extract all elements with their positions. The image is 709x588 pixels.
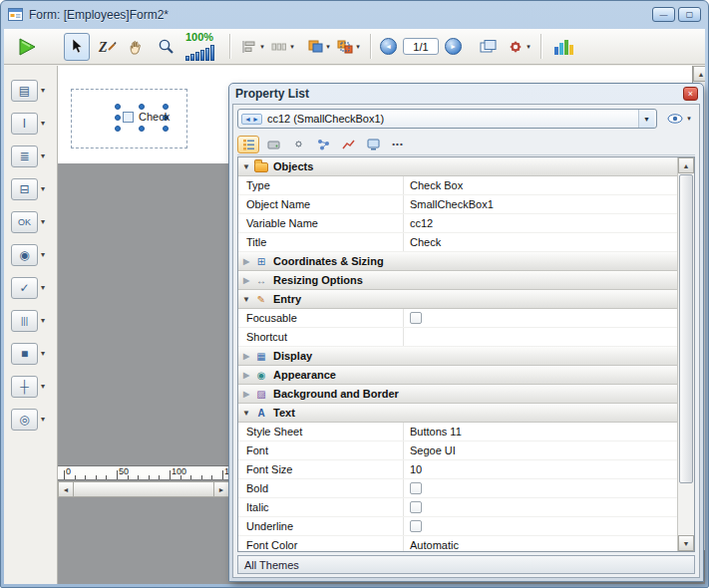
selection-handle[interactable] <box>163 104 169 110</box>
view-filter-button[interactable]: ▾ <box>663 114 695 124</box>
selected-checkbox-object[interactable]: Check <box>119 108 165 128</box>
italic-checkbox[interactable] <box>410 501 422 513</box>
combo-box-tool-icon[interactable]: ⊟ <box>11 178 38 200</box>
tab-settings[interactable] <box>287 136 309 153</box>
property-value[interactable] <box>404 312 677 324</box>
section-resizing-options[interactable]: ▶↔Resizing Options <box>238 271 677 290</box>
zoom-control[interactable]: 100% <box>185 32 214 61</box>
scrollbar-track[interactable] <box>74 481 213 497</box>
property-value[interactable]: Check <box>404 236 677 248</box>
input-tool-dropdown-arrow[interactable]: ▾ <box>41 119 45 128</box>
section-coordinates-sizing[interactable]: ▶⊞Coordinates & Sizing <box>238 252 677 271</box>
entry-order-tool-button[interactable]: Z <box>94 33 120 61</box>
property-value[interactable] <box>404 520 677 532</box>
check-box-tool-icon[interactable]: ✓ <box>11 277 38 299</box>
zoom-tool-button[interactable] <box>154 33 179 61</box>
section-entry[interactable]: ▼✎Entry <box>238 290 677 309</box>
collapse-triangle-icon[interactable]: ▼ <box>238 295 254 304</box>
bold-checkbox[interactable] <box>410 482 422 494</box>
scrollbar-thumb[interactable] <box>679 174 693 483</box>
tab-property-list[interactable] <box>237 136 259 153</box>
scroll-left-icon[interactable]: ◄ <box>58 481 74 497</box>
level-menu-button[interactable]: ▾ <box>305 33 331 61</box>
tab-styles[interactable] <box>337 136 359 153</box>
property-value[interactable]: cc12 <box>404 217 677 229</box>
form-properties-menu-button[interactable]: ▾ <box>506 33 532 61</box>
radio-button-tool-icon[interactable]: ◉ <box>11 244 38 266</box>
check-box-tool-dropdown-arrow[interactable]: ▾ <box>41 283 45 292</box>
section-text[interactable]: ▼AText <box>238 404 677 423</box>
tab-preview[interactable] <box>362 136 384 153</box>
button-tool-icon[interactable]: OK <box>11 211 38 233</box>
splitter-tool-dropdown-arrow[interactable]: ▾ <box>41 382 45 391</box>
minimize-button[interactable]: — <box>652 7 675 22</box>
button-tool-dropdown-arrow[interactable]: ▾ <box>41 217 45 226</box>
radio-button-tool-dropdown-arrow[interactable]: ▾ <box>41 250 45 259</box>
scrollbar-track[interactable] <box>678 484 694 535</box>
focusable-checkbox[interactable] <box>410 312 422 324</box>
selection-handle[interactable] <box>139 126 145 132</box>
align-dropdown-arrow[interactable]: ▾ <box>260 43 264 51</box>
selection-handle[interactable] <box>115 104 121 110</box>
distribute-dropdown-arrow[interactable]: ▾ <box>290 43 294 51</box>
section-objects[interactable]: ▼Objects <box>238 157 677 176</box>
combo-box-tool-dropdown-arrow[interactable]: ▾ <box>41 184 45 193</box>
property-value[interactable]: Buttons 11 <box>404 426 677 438</box>
property-list-titlebar[interactable]: Property List × <box>232 84 700 104</box>
window-titlebar[interactable]: Form: [Employees]Form2* — ▢ <box>1 1 708 28</box>
selection-handle[interactable] <box>115 115 121 121</box>
canvas-horizontal-scrollbar[interactable]: ◄ ► <box>58 481 229 497</box>
object-navigation-icon[interactable]: ◄► <box>241 114 262 125</box>
section-appearance[interactable]: ▶◉Appearance <box>238 366 677 385</box>
expand-triangle-icon[interactable]: ▶ <box>238 390 254 399</box>
insert-fields-button[interactable] <box>550 33 576 61</box>
tab-data-source[interactable] <box>262 136 284 153</box>
selection-handle[interactable] <box>139 104 145 110</box>
selection-tool-button[interactable] <box>64 33 90 61</box>
expand-triangle-icon[interactable]: ▶ <box>238 257 254 266</box>
next-page-button[interactable]: ► <box>445 38 462 55</box>
view-filter-dropdown-arrow[interactable]: ▾ <box>687 115 691 123</box>
object-selector-combobox[interactable]: ◄► cc12 (SmallCheckBox1) ▼ <box>237 109 657 129</box>
selection-handle[interactable] <box>163 126 169 132</box>
property-value[interactable]: Segoe UI <box>404 444 677 456</box>
display-pages-button[interactable] <box>476 33 502 61</box>
hierarchical-list-tool-icon[interactable]: ≣ <box>11 146 38 167</box>
text-tool-dropdown-arrow[interactable]: ▾ <box>41 86 45 95</box>
collapse-triangle-icon[interactable]: ▼ <box>238 162 254 171</box>
button-grid-tool-dropdown-arrow[interactable]: ▾ <box>41 316 45 325</box>
scroll-up-icon[interactable]: ▲ <box>678 157 694 173</box>
scroll-right-icon[interactable]: ► <box>213 481 229 497</box>
align-menu-button[interactable]: ▾ <box>239 33 265 61</box>
close-icon[interactable]: × <box>683 87 698 101</box>
hierarchical-list-tool-dropdown-arrow[interactable]: ▾ <box>41 151 45 160</box>
distribute-menu-button[interactable]: ▾ <box>269 33 295 61</box>
scroll-down-icon[interactable]: ▼ <box>678 535 694 551</box>
expand-triangle-icon[interactable]: ▶ <box>238 276 254 285</box>
input-tool-icon[interactable]: I <box>11 113 38 135</box>
property-grid-scrollbar[interactable]: ▲ ▼ <box>677 157 694 551</box>
theme-filter-bar[interactable]: All Themes <box>237 555 695 574</box>
selection-handle[interactable] <box>115 126 121 132</box>
rectangle-tool-dropdown-arrow[interactable]: ▾ <box>41 349 45 358</box>
form-properties-dropdown-arrow[interactable]: ▾ <box>527 43 531 51</box>
underline-checkbox[interactable] <box>410 520 422 532</box>
text-tool-icon[interactable]: ▤ <box>11 80 38 102</box>
property-value[interactable]: Check Box <box>404 179 677 191</box>
rectangle-tool-icon[interactable]: ■ <box>11 343 38 365</box>
zoom-bars-icon[interactable] <box>185 45 214 61</box>
button-grid-tool-icon[interactable]: ||| <box>11 310 38 332</box>
expand-triangle-icon[interactable]: ▶ <box>238 352 254 361</box>
oval-tool-icon[interactable]: ◎ <box>11 409 38 431</box>
section-background-and-border[interactable]: ▶▨Background and Border <box>238 385 677 404</box>
section-display[interactable]: ▶▦Display <box>238 347 677 366</box>
execute-form-button[interactable] <box>14 33 40 61</box>
chevron-down-icon[interactable]: ▼ <box>638 110 654 128</box>
tab-events[interactable] <box>312 136 334 153</box>
level-dropdown-arrow[interactable]: ▾ <box>326 43 330 51</box>
group-menu-button[interactable]: ▾ <box>335 33 361 61</box>
collapse-triangle-icon[interactable]: ▼ <box>238 409 254 418</box>
maximize-button[interactable]: ▢ <box>678 7 701 22</box>
property-value[interactable]: Automatic <box>404 539 677 551</box>
tab-more[interactable]: ••• <box>387 136 409 153</box>
